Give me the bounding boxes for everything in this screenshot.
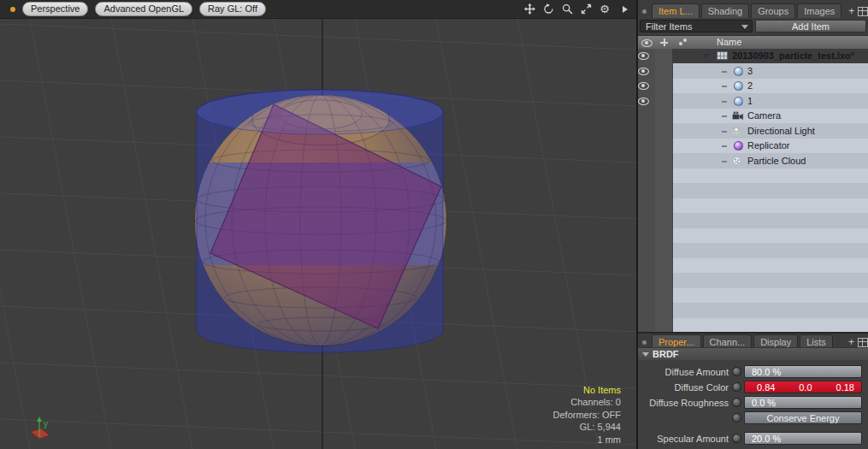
perspective-button[interactable]: Perspective (22, 2, 88, 16)
filter-items-dropdown[interactable]: Filter Items (640, 20, 753, 32)
mesh-item-icon (734, 97, 743, 106)
rotate-view-icon[interactable] (543, 3, 554, 15)
conserve-energy-row: Conserve Energy (638, 411, 868, 425)
tab-images[interactable]: Images (797, 3, 841, 18)
item-row-mesh-3[interactable]: 3 (672, 64, 868, 79)
filter-items-label: Filter Items (646, 21, 692, 32)
panel-handle-icon[interactable] (642, 9, 647, 14)
diffuse-amount-label: Diffuse Amount (638, 367, 729, 377)
panel-handle-icon[interactable] (642, 340, 647, 345)
add-tab-icon[interactable]: + (848, 336, 854, 348)
diffuse-roughness-label: Diffuse Roughness (638, 398, 729, 408)
mini-slider-knob-icon[interactable] (732, 398, 741, 407)
item-label: 3 (747, 66, 753, 76)
chevron-down-icon (741, 25, 748, 29)
visibility-gutter (638, 49, 656, 332)
viewport-state-dot-icon (10, 7, 15, 12)
viewport-settings-gear-icon[interactable]: ⚙ (599, 3, 610, 15)
modo-window: Perspective Advanced OpenGL Ray GL: Off … (0, 0, 868, 449)
item-label: Replicator (747, 140, 790, 151)
diffuse-roughness-row: Diffuse Roughness 0.0 % (638, 396, 868, 410)
viewport-3d-scene[interactable]: y (0, 19, 636, 449)
particle-cloud-icon (732, 157, 742, 166)
item-list: 20130903_particle_test.lxo° 3 2 1 (638, 49, 868, 332)
checkbox-knob-icon[interactable] (732, 413, 741, 422)
diffuse-color-g[interactable]: 0.0 (799, 381, 812, 393)
add-tab-icon[interactable]: + (848, 5, 854, 17)
diffuse-color-r[interactable]: 0.84 (757, 381, 775, 393)
tab-shading[interactable]: Shading (701, 3, 749, 18)
ray-gl-button[interactable]: Ray GL: Off (199, 2, 266, 16)
zoom-icon[interactable] (562, 3, 573, 15)
lock-column-icon[interactable] (660, 38, 668, 46)
mini-slider-knob-icon[interactable] (732, 367, 741, 376)
replicator-icon (734, 141, 743, 151)
mini-slider-knob-icon[interactable] (732, 382, 741, 392)
lock-gutter (655, 49, 673, 332)
item-label: Directional Light (747, 126, 815, 136)
eye-icon[interactable] (638, 52, 649, 60)
viewport-toolbar: Perspective Advanced OpenGL Ray GL: Off … (0, 0, 636, 19)
axis-gizmo: y (31, 417, 50, 439)
item-list-header: Name (638, 35, 868, 49)
diffuse-roughness-field[interactable]: 0.0 % (744, 396, 862, 409)
deformers-text: Deformers: OFF (553, 409, 621, 422)
tab-item-list[interactable]: Item L... (652, 3, 700, 18)
mesh-item-icon (734, 67, 743, 76)
collapse-triangle-icon[interactable] (703, 54, 710, 58)
axis-y-label: y (44, 419, 48, 428)
channels-text: Channels: 0 (553, 396, 621, 409)
brdf-section-header[interactable]: BRDF (638, 347, 868, 360)
item-list-tabbar: Item L... Shading Groups Images + (638, 3, 868, 18)
render-column-icon[interactable] (679, 38, 687, 46)
item-label: 1 (747, 96, 753, 106)
blue-cylinder (197, 90, 443, 352)
specular-amount-label: Specular Amount (638, 434, 729, 444)
item-row-mesh-2[interactable]: 2 (672, 79, 868, 93)
advanced-opengl-button[interactable]: Advanced OpenGL (95, 2, 192, 16)
viewport-info-readout: No Items Channels: 0 Deformers: OFF GL: … (553, 384, 621, 446)
diffuse-amount-field[interactable]: 80.0 % (744, 365, 862, 378)
item-row-replicator[interactable]: Replicator (672, 139, 868, 153)
diffuse-color-row: Diffuse Color 0.84 0.0 0.18 (638, 381, 868, 394)
eye-icon[interactable] (638, 68, 649, 75)
tree-connector (722, 86, 727, 87)
panel-layout-icon[interactable] (858, 7, 868, 16)
specular-amount-field[interactable]: 20.0 % (744, 432, 862, 445)
item-row-directional-light[interactable]: Directional Light (672, 124, 868, 139)
section-collapse-icon[interactable] (642, 352, 649, 357)
diffuse-color-field[interactable]: 0.84 0.0 0.18 (744, 381, 862, 393)
conserve-energy-checkbox[interactable]: Conserve Energy (744, 411, 862, 424)
toolbar-more-icon[interactable] (623, 6, 628, 13)
camera-icon (732, 111, 744, 121)
specular-amount-row: Specular Amount 20.0 % (638, 432, 868, 446)
tree-connector (722, 115, 727, 117)
eye-icon[interactable] (638, 82, 649, 90)
directional-light-icon (732, 127, 744, 136)
no-items-text: No Items (553, 384, 621, 397)
tree-connector (722, 71, 727, 73)
item-label: Particle Cloud (747, 156, 806, 166)
visibility-column-eye-icon[interactable] (641, 39, 652, 47)
tree-connector (722, 131, 727, 133)
eye-icon[interactable] (638, 97, 649, 105)
item-label: 20130903_particle_test.lxo° (732, 50, 854, 61)
item-row-scene[interactable]: 20130903_particle_test.lxo° (672, 49, 868, 63)
diffuse-color-b[interactable]: 0.18 (836, 381, 854, 393)
maximize-viewport-icon[interactable] (581, 3, 592, 15)
scene-icon (717, 51, 728, 60)
name-column-header: Name (717, 37, 741, 47)
item-row-camera[interactable]: Camera (672, 109, 868, 123)
item-row-particle-cloud[interactable]: Particle Cloud (672, 154, 868, 168)
viewport-3d[interactable]: Perspective Advanced OpenGL Ray GL: Off … (0, 0, 636, 449)
diffuse-color-label: Diffuse Color (638, 382, 729, 393)
add-item-button[interactable]: Add Item (755, 20, 866, 32)
item-label: Camera (747, 110, 781, 121)
diffuse-amount-row: Diffuse Amount 80.0 % (638, 365, 868, 379)
panel-layout-icon[interactable] (858, 338, 868, 347)
item-row-mesh-1[interactable]: 1 (672, 94, 868, 109)
tab-groups[interactable]: Groups (751, 3, 795, 18)
pan-move-icon[interactable] (524, 3, 535, 15)
right-panel: Item L... Shading Groups Images + Filter… (638, 0, 868, 449)
mini-slider-knob-icon[interactable] (732, 434, 741, 443)
